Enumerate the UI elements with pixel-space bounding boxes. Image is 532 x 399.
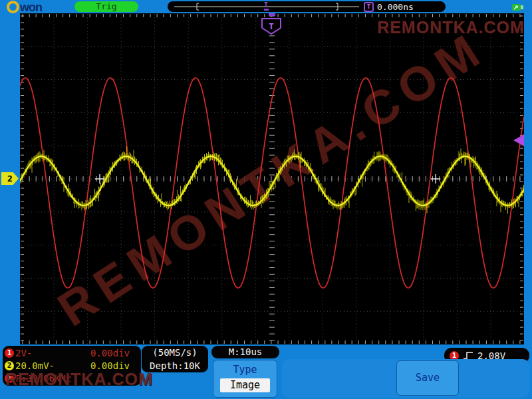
watermark-diagonal: REMONTKA.COM bbox=[49, 21, 495, 336]
waveform-traces bbox=[20, 78, 524, 288]
channel1-badge: 1 bbox=[5, 348, 14, 358]
acquisition-panel: (50MS/s) Depth:10K bbox=[142, 346, 208, 372]
menu-type-label: Type bbox=[213, 360, 277, 378]
trigger-horizontal-marker-label: T bbox=[269, 21, 274, 31]
owon-ring-icon bbox=[7, 1, 19, 13]
trigger-position-ruler: T bbox=[168, 1, 391, 12]
owon-logo-text: won bbox=[20, 1, 42, 13]
top-bar: won Trig T T 0.000ns bbox=[0, 0, 532, 13]
save-button[interactable]: Save bbox=[396, 360, 459, 396]
trigger-level-arrow-icon bbox=[513, 134, 524, 146]
waveform-display: REMONTKA.COM REMONTKA.COM T bbox=[20, 13, 524, 344]
menu-type-selector[interactable]: Type Image bbox=[213, 360, 277, 398]
timebase-readout: M:10us bbox=[211, 346, 279, 358]
watermark-bottom-left: REMONTKA.COM bbox=[5, 370, 153, 389]
channel1-readout: 1 2V- 0.00div bbox=[5, 346, 139, 359]
channel2-position-flag: 2 bbox=[1, 172, 19, 185]
trigger-position-bar: T bbox=[168, 1, 391, 12]
sample-rate: (50MS/s) bbox=[142, 346, 208, 359]
owon-logo: won bbox=[7, 1, 42, 13]
graticule-area: REMONTKA.COM REMONTKA.COM T bbox=[20, 13, 524, 344]
channel1-offset: 0.00div bbox=[90, 348, 139, 358]
menu-type-value[interactable]: Image bbox=[220, 378, 270, 392]
trig-status-badge: Trig bbox=[74, 1, 138, 12]
trigger-time-icon: T bbox=[364, 2, 374, 12]
oscilloscope-screen: won Trig T T 0.000ns REMONTKA. bbox=[0, 0, 532, 399]
trigger-position-t-marker: T bbox=[264, 1, 268, 8]
trigger-time-value: 0.000ns bbox=[377, 2, 414, 12]
cursor-cross-right-icon bbox=[431, 174, 440, 184]
channel1-scale: 2V- bbox=[15, 348, 32, 358]
trigger-position-tick bbox=[264, 9, 269, 11]
channel2-badge: 2 bbox=[5, 361, 14, 370]
trigger-time-readout: T 0.000ns bbox=[359, 1, 446, 12]
trigger-top-tick bbox=[269, 13, 275, 16]
